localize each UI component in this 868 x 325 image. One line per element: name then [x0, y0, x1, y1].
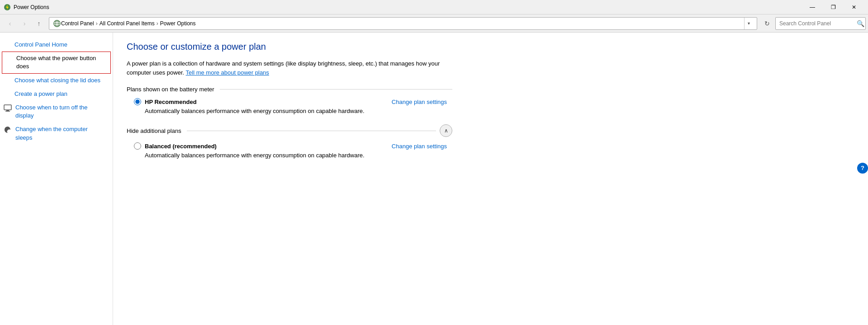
balanced-plan: Balanced (recommended) Change plan setti…: [134, 142, 451, 160]
help-button[interactable]: ?: [857, 163, 868, 174]
sleep-icon: [4, 126, 12, 134]
content-area: Choose or customize a power plan A power…: [113, 33, 868, 325]
balanced-change-link[interactable]: Change plan settings: [392, 143, 447, 150]
address-bar: Control Panel › All Control Panel Items …: [49, 17, 757, 30]
display-icon: [4, 104, 12, 112]
window-controls: — ❐ ✕: [802, 0, 864, 14]
description-text: A power plan is a collection of hardware…: [127, 59, 452, 77]
additional-plans-divider: [187, 131, 436, 131]
search-icon: 🔍: [857, 20, 864, 27]
globe-icon: [53, 19, 61, 28]
hp-recommended-desc: Automatically balances performance with …: [145, 107, 451, 115]
hp-recommended-plan: HP Recommended Change plan settings Auto…: [134, 98, 451, 115]
breadcrumb: Control Panel › All Control Panel Items …: [61, 20, 742, 27]
back-button[interactable]: ‹: [4, 17, 16, 30]
close-button[interactable]: ✕: [844, 0, 864, 14]
balanced-name: Balanced (recommended): [145, 143, 217, 150]
sidebar-item-power-button[interactable]: Choose what the power button does: [2, 52, 111, 73]
collapse-additional-plans-button[interactable]: ∧: [440, 124, 452, 137]
minimize-button[interactable]: —: [802, 0, 823, 14]
sidebar-item-lid[interactable]: Choose what closing the lid does: [0, 74, 113, 87]
balanced-desc: Automatically balances performance with …: [145, 151, 451, 160]
hp-recommended-change-link[interactable]: Change plan settings: [392, 99, 447, 105]
balanced-radio[interactable]: [134, 142, 141, 150]
up-button[interactable]: ↑: [33, 17, 45, 30]
sidebar-item-create-plan[interactable]: Create a power plan: [0, 87, 113, 101]
battery-meter-divider: [220, 89, 452, 89]
sidebar: Control Panel Home Choose what the power…: [0, 33, 113, 325]
window-title: Power Options: [14, 4, 49, 10]
sidebar-item-turn-off-display[interactable]: Choose when to turn off the display: [0, 101, 113, 122]
forward-button[interactable]: ›: [18, 17, 31, 30]
breadcrumb-all-items[interactable]: All Control Panel Items: [100, 20, 155, 27]
page-title: Choose or customize a power plan: [127, 42, 854, 52]
refresh-button[interactable]: ↻: [761, 17, 773, 30]
balanced-radio-label[interactable]: Balanced (recommended): [134, 142, 217, 150]
search-input[interactable]: [775, 17, 866, 30]
maximize-button[interactable]: ❐: [823, 0, 844, 14]
hp-recommended-radio[interactable]: [134, 98, 141, 105]
hp-recommended-name: HP Recommended: [145, 99, 197, 105]
app-icon: [4, 4, 11, 11]
learn-more-link[interactable]: Tell me more about power plans: [186, 69, 269, 76]
hp-recommended-plan-header: HP Recommended Change plan settings: [134, 98, 451, 105]
battery-meter-section-header: Plans shown on the battery meter: [127, 86, 452, 93]
navigation-bar: ‹ › ↑ Control Panel › All Control Panel …: [0, 14, 868, 33]
battery-meter-label: Plans shown on the battery meter: [127, 86, 214, 93]
svg-rect-7: [4, 105, 11, 110]
title-bar: Power Options — ❐ ✕: [0, 0, 868, 14]
hp-recommended-radio-label[interactable]: HP Recommended: [134, 98, 197, 105]
sidebar-item-computer-sleeps[interactable]: Change when the computer sleeps: [0, 122, 113, 144]
sidebar-item-control-panel-home[interactable]: Control Panel Home: [0, 38, 113, 52]
main-container: Control Panel Home Choose what the power…: [0, 33, 868, 325]
additional-plans-section-header: Hide additional plans ∧: [127, 124, 452, 137]
address-dropdown-button[interactable]: ▾: [744, 18, 753, 29]
breadcrumb-power-options[interactable]: Power Options: [160, 20, 196, 27]
breadcrumb-control-panel[interactable]: Control Panel: [61, 20, 94, 27]
additional-plans-label: Hide additional plans: [127, 127, 181, 134]
balanced-plan-header: Balanced (recommended) Change plan setti…: [134, 142, 451, 150]
